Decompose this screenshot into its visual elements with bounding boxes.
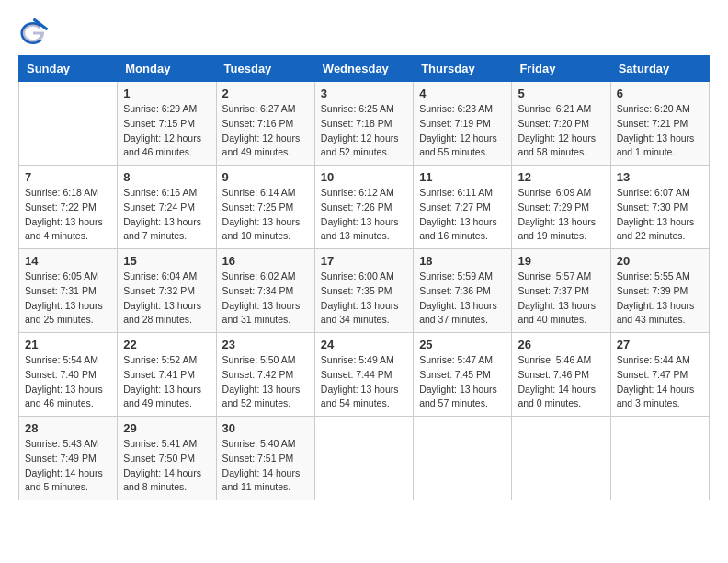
day-info: Sunrise: 5:59 AMSunset: 7:36 PMDaylight:…: [419, 270, 506, 327]
calendar-cell: 2Sunrise: 6:27 AMSunset: 7:16 PMDaylight…: [216, 82, 314, 166]
day-number: 16: [222, 254, 309, 268]
day-info: Sunrise: 5:49 AMSunset: 7:44 PMDaylight:…: [321, 353, 407, 411]
day-number: 20: [617, 254, 703, 268]
day-info: Sunrise: 5:41 AMSunset: 7:50 PMDaylight:…: [123, 437, 210, 495]
calendar-cell: 19Sunrise: 5:57 AMSunset: 7:37 PMDayligh…: [512, 249, 610, 333]
day-info: Sunrise: 6:14 AMSunset: 7:25 PMDaylight:…: [222, 186, 309, 244]
calendar-cell: [414, 417, 512, 500]
day-number: 23: [222, 338, 309, 351]
day-info: Sunrise: 5:54 AMSunset: 7:40 PMDaylight:…: [25, 353, 111, 411]
calendar-week-row: 21Sunrise: 5:54 AMSunset: 7:40 PMDayligh…: [19, 333, 710, 417]
day-number: 6: [617, 86, 703, 100]
day-number: 2: [222, 86, 309, 100]
calendar-cell: 12Sunrise: 6:09 AMSunset: 7:29 PMDayligh…: [512, 166, 610, 249]
day-info: Sunrise: 6:27 AMSunset: 7:16 PMDaylight:…: [222, 102, 309, 160]
day-number: 1: [123, 86, 210, 100]
calendar-cell: 25Sunrise: 5:47 AMSunset: 7:45 PMDayligh…: [414, 333, 512, 417]
day-info: Sunrise: 6:05 AMSunset: 7:31 PMDaylight:…: [25, 270, 111, 327]
calendar-cell: 9Sunrise: 6:14 AMSunset: 7:25 PMDaylight…: [216, 166, 314, 249]
day-info: Sunrise: 6:11 AMSunset: 7:27 PMDaylight:…: [419, 186, 506, 244]
day-number: 3: [321, 86, 407, 100]
day-number: 28: [25, 421, 111, 435]
calendar-cell: 28Sunrise: 5:43 AMSunset: 7:49 PMDayligh…: [19, 417, 118, 500]
day-info: Sunrise: 5:55 AMSunset: 7:39 PMDaylight:…: [617, 270, 703, 327]
calendar-cell: 24Sunrise: 5:49 AMSunset: 7:44 PMDayligh…: [314, 333, 413, 417]
day-info: Sunrise: 6:00 AMSunset: 7:35 PMDaylight:…: [321, 270, 407, 327]
calendar-week-row: 7Sunrise: 6:18 AMSunset: 7:22 PMDaylight…: [19, 166, 710, 249]
day-number: 8: [123, 170, 210, 184]
day-info: Sunrise: 6:09 AMSunset: 7:29 PMDaylight:…: [518, 186, 604, 244]
calendar-week-row: 28Sunrise: 5:43 AMSunset: 7:49 PMDayligh…: [19, 417, 710, 500]
day-info: Sunrise: 5:43 AMSunset: 7:49 PMDaylight:…: [25, 437, 111, 495]
calendar-cell: 3Sunrise: 6:25 AMSunset: 7:18 PMDaylight…: [314, 82, 413, 166]
day-number: 19: [518, 254, 604, 268]
calendar-cell: [512, 417, 610, 500]
calendar-cell: 5Sunrise: 6:21 AMSunset: 7:20 PMDaylight…: [512, 82, 610, 166]
header-saturday: Saturday: [610, 56, 709, 82]
calendar-cell: 22Sunrise: 5:52 AMSunset: 7:41 PMDayligh…: [118, 333, 216, 417]
logo-icon: [18, 18, 48, 48]
calendar-header-row: SundayMondayTuesdayWednesdayThursdayFrid…: [19, 56, 710, 82]
calendar-cell: 13Sunrise: 6:07 AMSunset: 7:30 PMDayligh…: [610, 166, 709, 249]
calendar-table: SundayMondayTuesdayWednesdayThursdayFrid…: [18, 55, 710, 500]
calendar-cell: 14Sunrise: 6:05 AMSunset: 7:31 PMDayligh…: [19, 249, 118, 333]
calendar-cell: 17Sunrise: 6:00 AMSunset: 7:35 PMDayligh…: [314, 249, 413, 333]
calendar-cell: 20Sunrise: 5:55 AMSunset: 7:39 PMDayligh…: [610, 249, 709, 333]
day-info: Sunrise: 6:16 AMSunset: 7:24 PMDaylight:…: [123, 186, 210, 244]
calendar-cell: [19, 82, 118, 166]
day-info: Sunrise: 6:29 AMSunset: 7:15 PMDaylight:…: [123, 102, 210, 160]
day-info: Sunrise: 5:47 AMSunset: 7:45 PMDaylight:…: [419, 353, 506, 411]
day-number: 21: [25, 338, 111, 351]
day-number: 11: [419, 170, 506, 184]
day-info: Sunrise: 5:52 AMSunset: 7:41 PMDaylight:…: [123, 353, 210, 411]
calendar-cell: 30Sunrise: 5:40 AMSunset: 7:51 PMDayligh…: [216, 417, 314, 500]
calendar-cell: 15Sunrise: 6:04 AMSunset: 7:32 PMDayligh…: [118, 249, 216, 333]
calendar-cell: 6Sunrise: 6:20 AMSunset: 7:21 PMDaylight…: [610, 82, 709, 166]
day-number: 18: [419, 254, 506, 268]
day-number: 15: [123, 254, 210, 268]
day-info: Sunrise: 5:50 AMSunset: 7:42 PMDaylight:…: [222, 353, 309, 411]
day-number: 24: [321, 338, 407, 351]
calendar-cell: [314, 417, 413, 500]
calendar-cell: 21Sunrise: 5:54 AMSunset: 7:40 PMDayligh…: [19, 333, 118, 417]
day-number: 14: [25, 254, 111, 268]
calendar-cell: 10Sunrise: 6:12 AMSunset: 7:26 PMDayligh…: [314, 166, 413, 249]
day-number: 13: [617, 170, 703, 184]
header-wednesday: Wednesday: [314, 56, 413, 82]
day-number: 4: [419, 86, 506, 100]
day-info: Sunrise: 6:07 AMSunset: 7:30 PMDaylight:…: [617, 186, 703, 244]
day-info: Sunrise: 6:20 AMSunset: 7:21 PMDaylight:…: [617, 102, 703, 160]
day-number: 17: [321, 254, 407, 268]
day-number: 9: [222, 170, 309, 184]
calendar-cell: 8Sunrise: 6:16 AMSunset: 7:24 PMDaylight…: [118, 166, 216, 249]
day-info: Sunrise: 6:25 AMSunset: 7:18 PMDaylight:…: [321, 102, 407, 160]
day-number: 12: [518, 170, 604, 184]
calendar-cell: 23Sunrise: 5:50 AMSunset: 7:42 PMDayligh…: [216, 333, 314, 417]
day-info: Sunrise: 6:21 AMSunset: 7:20 PMDaylight:…: [518, 102, 604, 160]
calendar-cell: 7Sunrise: 6:18 AMSunset: 7:22 PMDaylight…: [19, 166, 118, 249]
day-number: 7: [25, 170, 111, 184]
day-number: 26: [518, 338, 604, 351]
calendar-cell: 18Sunrise: 5:59 AMSunset: 7:36 PMDayligh…: [414, 249, 512, 333]
day-number: 10: [321, 170, 407, 184]
day-info: Sunrise: 5:57 AMSunset: 7:37 PMDaylight:…: [518, 270, 604, 327]
day-info: Sunrise: 6:18 AMSunset: 7:22 PMDaylight:…: [25, 186, 111, 244]
header-tuesday: Tuesday: [216, 56, 314, 82]
calendar-cell: 29Sunrise: 5:41 AMSunset: 7:50 PMDayligh…: [118, 417, 216, 500]
calendar-cell: 1Sunrise: 6:29 AMSunset: 7:15 PMDaylight…: [118, 82, 216, 166]
header-sunday: Sunday: [19, 56, 118, 82]
day-info: Sunrise: 5:40 AMSunset: 7:51 PMDaylight:…: [222, 437, 309, 495]
day-number: 22: [123, 338, 210, 351]
calendar-cell: 4Sunrise: 6:23 AMSunset: 7:19 PMDaylight…: [414, 82, 512, 166]
day-number: 27: [617, 338, 703, 351]
header-monday: Monday: [118, 56, 216, 82]
calendar-cell: 27Sunrise: 5:44 AMSunset: 7:47 PMDayligh…: [610, 333, 709, 417]
calendar-week-row: 14Sunrise: 6:05 AMSunset: 7:31 PMDayligh…: [19, 249, 710, 333]
day-info: Sunrise: 5:44 AMSunset: 7:47 PMDaylight:…: [617, 353, 703, 411]
calendar-cell: 16Sunrise: 6:02 AMSunset: 7:34 PMDayligh…: [216, 249, 314, 333]
header-thursday: Thursday: [414, 56, 512, 82]
day-info: Sunrise: 5:46 AMSunset: 7:46 PMDaylight:…: [518, 353, 604, 411]
day-number: 30: [222, 421, 309, 435]
calendar-cell: 11Sunrise: 6:11 AMSunset: 7:27 PMDayligh…: [414, 166, 512, 249]
day-info: Sunrise: 6:23 AMSunset: 7:19 PMDaylight:…: [419, 102, 506, 160]
